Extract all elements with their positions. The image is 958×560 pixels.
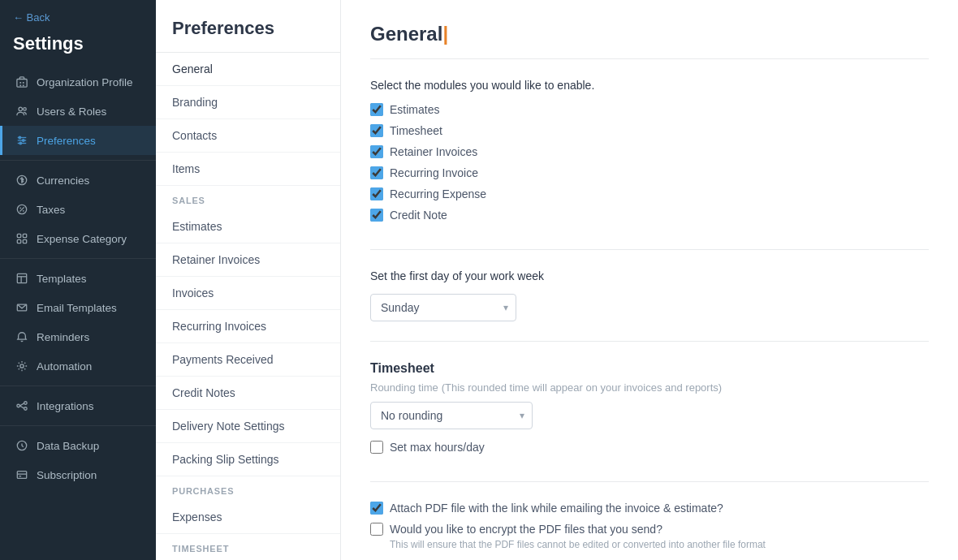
encrypt-pdf-row: Would you like to encrypt the PDF files … [370,523,929,536]
main-content: General| Select the modules you would li… [341,0,958,560]
sidebar-item-taxes[interactable]: Taxes [0,195,156,224]
module-credit-note-row: Credit Note [370,209,929,222]
middle-item-estimates[interactable]: Estimates [156,210,340,243]
module-recurring-expense-checkbox[interactable] [370,187,383,200]
sidebar-item-integrations[interactable]: Integrations [0,391,156,420]
svg-rect-2 [23,82,24,84]
title-accent: | [442,23,448,45]
sidebar-divider-3 [0,386,156,386]
svg-point-27 [17,404,20,407]
svg-point-16 [19,207,21,209]
sales-section-label: SALES [156,186,340,210]
sidebar-label-templates: Templates [37,273,87,285]
middle-item-expenses[interactable]: Expenses [156,501,340,534]
timesheet-section: Timesheet Rounding time (This rounded ti… [370,361,929,482]
sidebar-item-users-roles[interactable]: Users & Roles [0,97,156,126]
sidebar-label-integrations: Integrations [37,400,94,412]
sidebar-item-email-templates[interactable]: Email Templates [0,293,156,322]
module-timesheet-checkbox[interactable] [370,124,383,137]
module-recurring-invoice-checkbox[interactable] [370,166,383,179]
module-estimates-checkbox[interactable] [370,103,383,116]
svg-rect-33 [17,472,26,479]
svg-line-30 [19,403,24,406]
rounding-select-wrapper: No rounding Round to nearest 5 min Round… [370,402,533,429]
page-title: General| [370,23,929,59]
module-credit-note-checkbox[interactable] [370,209,383,222]
max-hours-checkbox[interactable] [370,441,383,454]
rounding-label: Rounding time (This rounded time will ap… [370,381,929,394]
workweek-section: Set the first day of your work week Sund… [370,269,929,342]
middle-item-recurring-invoices[interactable]: Recurring Invoices [156,310,340,343]
timesheet-section-label: TIMESHEET [156,534,340,558]
middle-item-items[interactable]: Items [156,153,340,186]
svg-point-26 [20,364,24,368]
sidebar-item-templates[interactable]: Templates [0,264,156,293]
middle-panel: Preferences General Branding Contacts It… [156,0,341,560]
middle-item-packing-slip-settings[interactable]: Packing Slip Settings [156,443,340,476]
template-icon [15,272,28,285]
bell-icon [15,330,28,343]
middle-item-contacts[interactable]: Contacts [156,119,340,153]
sidebar-label-email-templates: Email Templates [37,302,117,314]
middle-item-invoices[interactable]: Invoices [156,277,340,310]
module-timesheet-label: Timesheet [390,124,442,137]
middle-item-payments-received[interactable]: Payments Received [156,343,340,377]
back-button[interactable]: ← Back [0,0,156,30]
module-credit-note-label: Credit Note [390,209,447,222]
svg-rect-19 [23,234,26,237]
svg-line-31 [19,406,24,408]
sidebar-item-expense-category[interactable]: Expense Category [0,224,156,253]
encrypt-pdf-helper: This will ensure that the PDF files cann… [390,539,929,550]
automation-icon [15,360,28,373]
sidebar-label-users-roles: Users & Roles [37,106,106,118]
sidebar-divider-2 [0,258,156,259]
svg-point-28 [24,402,28,405]
middle-item-branding[interactable]: Branding [156,86,340,119]
rounding-hint: (This rounded time will appear on your i… [442,381,722,394]
middle-panel-header: Preferences [156,0,340,53]
module-timesheet-row: Timesheet [370,124,929,137]
workweek-select-wrapper: Sunday Monday Tuesday Wednesday Thursday… [370,294,516,321]
module-recurring-expense-label: Recurring Expense [390,187,486,200]
sidebar-label-data-backup: Data Backup [37,440,99,452]
currency-icon [15,174,28,187]
svg-rect-18 [17,234,20,237]
sidebar-label-organization-profile: Organization Profile [37,76,133,88]
category-icon [15,232,28,245]
module-recurring-expense-row: Recurring Expense [370,187,929,200]
subscription-icon [15,468,28,481]
module-retainer-invoices-checkbox[interactable] [370,145,383,158]
svg-rect-4 [23,85,24,87]
sidebar-item-automation[interactable]: Automation [0,351,156,381]
encrypt-pdf-checkbox[interactable] [370,523,383,536]
svg-rect-22 [17,274,26,282]
sidebar-label-reminders: Reminders [37,331,89,343]
sidebar-label-currencies: Currencies [37,174,89,187]
module-retainer-invoices-label: Retainer Invoices [390,145,477,158]
sidebar-divider-4 [0,425,156,426]
workweek-select[interactable]: Sunday Monday Tuesday Wednesday Thursday… [370,294,516,321]
sidebar-item-data-backup[interactable]: Data Backup [0,431,156,460]
middle-item-credit-notes[interactable]: Credit Notes [156,377,340,410]
sidebar-label-automation: Automation [37,360,92,373]
rounding-select[interactable]: No rounding Round to nearest 5 min Round… [370,402,533,429]
workweek-section-title: Set the first day of your work week [370,269,929,282]
modules-section: Select the modules you would like to ena… [370,79,929,250]
building-icon [15,75,28,88]
svg-point-10 [19,136,21,139]
svg-rect-3 [19,85,21,87]
sidebar-item-preferences[interactable]: Preferences [0,126,156,155]
svg-point-5 [19,107,22,110]
middle-item-delivery-note-settings[interactable]: Delivery Note Settings [156,410,340,443]
sidebar-item-currencies[interactable]: Currencies [0,166,156,195]
sidebar-item-subscription[interactable]: Subscription [0,460,156,489]
middle-item-retainer-invoices[interactable]: Retainer Invoices [156,243,340,277]
sidebar-item-reminders[interactable]: Reminders [0,322,156,351]
sidebar-item-organization-profile[interactable]: Organization Profile [0,67,156,97]
attach-pdf-checkbox[interactable] [370,502,383,515]
sidebar: ← Back Settings Organization Profile Use… [0,0,156,560]
modules-section-title: Select the modules you would like to ena… [370,79,929,92]
attach-pdf-label: Attach PDF file with the link while emai… [390,502,723,515]
middle-item-general[interactable]: General [156,53,340,86]
svg-rect-1 [19,82,21,84]
